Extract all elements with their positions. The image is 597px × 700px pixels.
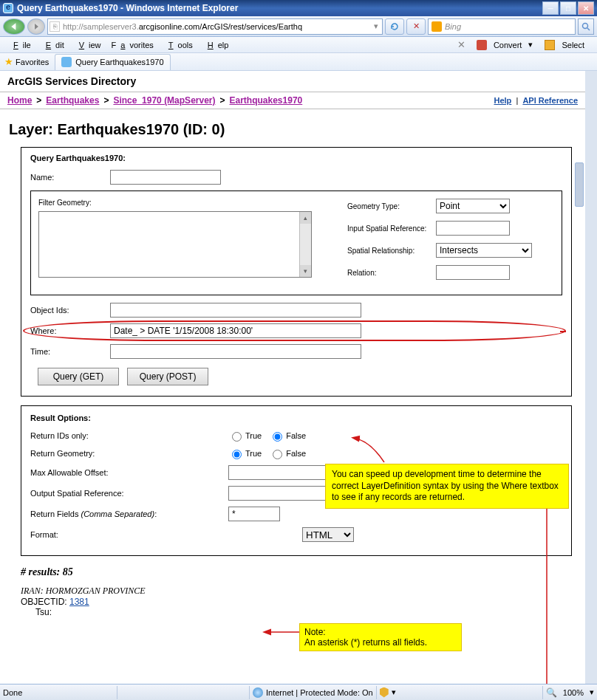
return-geom-true[interactable]: True: [228, 447, 262, 459]
search-go-button[interactable]: [578, 18, 594, 35]
out-sr-label: Output Spatial Reference:: [30, 489, 178, 498]
query-post-button[interactable]: Query (POST): [127, 368, 208, 385]
api-reference-link[interactable]: API Reference: [522, 96, 578, 105]
return-ids-label: Return IDs only:: [30, 431, 178, 440]
result-item: IRAN: HORMOZGAN PROVINCE OBJECTID: 1381 …: [21, 586, 585, 617]
input-sr-label: Input Spatial Reference:: [347, 224, 436, 233]
search-box[interactable]: Bing: [428, 18, 576, 35]
result-options-title: Result Options:: [30, 414, 562, 422]
result-name: IRAN: HORMOZGAN PROVINCE: [21, 586, 585, 597]
tab-title: Query Earthquakes1970: [75, 58, 163, 66]
status-done: Done: [3, 688, 114, 697]
browser-tab[interactable]: Query Earthquakes1970: [55, 54, 170, 70]
status-zone: Internet | Protected Mode: On: [266, 688, 373, 697]
menu-bar: File Edit View Favorites Tools Help ✕ Co…: [0, 37, 597, 53]
menu-favorites[interactable]: Favorites: [107, 39, 158, 51]
breadcrumb-layer[interactable]: Earthquakes1970: [230, 95, 303, 106]
time-label: Time:: [30, 347, 104, 356]
menu-file[interactable]: File: [4, 39, 35, 51]
minimize-button[interactable]: ─: [542, 1, 559, 15]
spatial-rel-label: Spatial Relationship:: [347, 247, 436, 255]
protected-mode-icon[interactable]: [380, 687, 389, 698]
filter-geometry-textarea[interactable]: ▴▾: [38, 211, 312, 278]
forward-button[interactable]: [27, 18, 45, 35]
annotation-callout-where: You can speed up development time to det…: [325, 464, 569, 509]
breadcrumb-earthquakes[interactable]: Earthquakes: [46, 95, 99, 106]
zoom-level[interactable]: 100%: [560, 688, 587, 697]
menu-edit[interactable]: Edit: [37, 39, 69, 51]
breadcrumb-home[interactable]: Home: [7, 95, 32, 106]
geometry-type-select[interactable]: Point: [436, 199, 510, 213]
results-count: # results: 85: [21, 566, 585, 578]
query-form-title: Query Earthquakes1970:: [30, 154, 562, 162]
zoom-icon[interactable]: 🔍: [546, 687, 557, 698]
window-titlebar: Query Earthquakes1970 - Windows Internet…: [0, 0, 597, 16]
close-button[interactable]: ✕: [578, 1, 594, 15]
layer-title: Layer: Earthquakes1970 (ID: 0): [0, 109, 585, 147]
help-link[interactable]: Help: [494, 96, 511, 105]
annotation-callout-asterisk: Note: An asterisk (*) returns all fields…: [299, 623, 462, 651]
toolbar-close-icon[interactable]: ✕: [454, 39, 468, 50]
menu-view[interactable]: View: [70, 39, 106, 51]
refresh-button[interactable]: [385, 18, 404, 35]
address-bar[interactable]: ⎘ http://sampleserver3.arcgisonline.com/…: [47, 18, 383, 35]
format-select[interactable]: HTML: [302, 527, 354, 542]
favorites-button[interactable]: ★ Favorites: [4, 56, 49, 67]
relation-input[interactable]: [436, 265, 510, 280]
breadcrumb-since1970[interactable]: Since_1970 (MapServer): [113, 95, 215, 106]
directory-header: ArcGIS Services Directory: [0, 71, 585, 92]
filter-geometry-label: Filter Geometry:: [38, 199, 340, 207]
max-offset-input[interactable]: [228, 465, 339, 480]
window-title: Query Earthquakes1970 - Windows Internet…: [17, 3, 238, 13]
zoom-dropdown-icon[interactable]: ▾: [590, 687, 594, 697]
bing-icon: [431, 21, 442, 32]
select-icon: [545, 40, 555, 50]
back-button[interactable]: [3, 18, 25, 35]
return-fields-input[interactable]: [228, 507, 280, 521]
return-ids-true[interactable]: True: [228, 430, 262, 442]
internet-zone-icon: [253, 687, 263, 698]
status-bar: Done Internet | Protected Mode: On ▾ 🔍 1…: [0, 684, 597, 700]
breadcrumb: Home > Earthquakes > Since_1970 (MapServ…: [0, 92, 585, 109]
format-label: Format:: [30, 530, 178, 539]
spatial-rel-select[interactable]: Intersects: [436, 243, 532, 258]
out-sr-input[interactable]: [228, 486, 339, 501]
objectid-link[interactable]: 1381: [69, 597, 89, 607]
filter-geometry-group: Filter Geometry: ▴▾ Geometry Type: Point…: [30, 191, 562, 295]
address-dropdown-icon[interactable]: ▾: [372, 21, 381, 31]
search-placeholder: Bing: [445, 22, 461, 31]
maximize-button[interactable]: □: [560, 1, 576, 15]
menu-help[interactable]: Help: [199, 39, 233, 51]
return-geom-false[interactable]: False: [269, 447, 306, 459]
textarea-scrollbar[interactable]: ▴▾: [299, 212, 311, 277]
tsu-label: Tsu:: [21, 607, 585, 617]
objectids-label: Object Ids:: [30, 306, 104, 315]
name-label: Name:: [30, 173, 104, 182]
nav-toolbar: ⎘ http://sampleserver3.arcgisonline.com/…: [0, 16, 597, 37]
svg-line-1: [587, 28, 590, 30]
menu-tools[interactable]: Tools: [160, 39, 197, 51]
return-ids-false[interactable]: False: [269, 430, 306, 442]
time-input[interactable]: [110, 344, 361, 359]
objectid-label: OBJECTID:: [21, 597, 67, 607]
where-input[interactable]: [110, 323, 361, 338]
url-text: http://sampleserver3.arcgisonline.com/Ar…: [63, 22, 372, 31]
convert-icon: [477, 40, 487, 50]
page-icon: ⎘: [50, 21, 60, 32]
query-get-button[interactable]: Query (GET): [38, 368, 119, 385]
svg-point-0: [583, 23, 588, 28]
input-sr-input[interactable]: [436, 221, 510, 236]
convert-button[interactable]: Convert ▾: [473, 38, 537, 52]
select-button[interactable]: Select: [541, 38, 593, 52]
star-icon: ★: [4, 56, 13, 67]
geometry-type-label: Geometry Type:: [347, 202, 436, 210]
objectids-input[interactable]: [110, 303, 361, 318]
return-geom-label: Return Geometry:: [30, 449, 178, 458]
page-scrollbar[interactable]: [575, 162, 584, 207]
query-form: Query Earthquakes1970: Name: Filter Geom…: [21, 147, 572, 397]
return-fields-label: Return Fields (Comma Separated):: [30, 509, 178, 518]
favorites-bar: ★ Favorites Query Earthquakes1970: [0, 53, 597, 71]
page-viewport: ArcGIS Services Directory Home > Earthqu…: [0, 71, 597, 684]
stop-button[interactable]: ✕: [406, 18, 426, 35]
name-input[interactable]: [110, 170, 221, 185]
